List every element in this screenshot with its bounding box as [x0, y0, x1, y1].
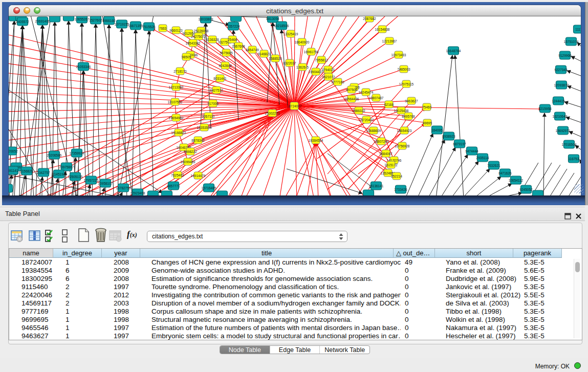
svg-text:2367608: 2367608 [232, 45, 245, 48]
svg-text:9245052: 9245052 [519, 188, 533, 191]
svg-text:15716485: 15716485 [202, 186, 216, 190]
svg-text:7632621: 7632621 [487, 164, 500, 167]
svg-text:19654982: 19654982 [169, 116, 184, 120]
svg-text:10719155: 10719155 [115, 23, 129, 26]
svg-text:17975115: 17975115 [399, 82, 414, 86]
svg-text:16671355: 16671355 [128, 24, 143, 28]
svg-text:16099489: 16099489 [181, 160, 195, 164]
svg-text:17359924: 17359924 [70, 151, 84, 155]
svg-text:24275072: 24275072 [191, 35, 206, 38]
svg-text:2342757: 2342757 [37, 171, 50, 174]
svg-text:17957225: 17957225 [84, 179, 99, 182]
svg-text:10756928: 10756928 [395, 144, 410, 148]
svg-text:18654923: 18654923 [397, 129, 412, 133]
svg-text:8322037: 8322037 [283, 61, 296, 65]
svg-text:5498222: 5498222 [184, 150, 197, 154]
svg-text:10688609: 10688609 [366, 129, 381, 133]
svg-text:16648784: 16648784 [446, 49, 461, 53]
svg-text:12505135: 12505135 [68, 175, 83, 179]
svg-text:16543382: 16543382 [186, 41, 201, 45]
svg-text:8454749: 8454749 [246, 48, 259, 52]
svg-text:12093872: 12093872 [554, 83, 569, 87]
svg-text:391141: 391141 [9, 169, 18, 172]
svg-text:25302273: 25302273 [265, 112, 280, 115]
svg-text:12923468: 12923468 [130, 191, 145, 195]
svg-text:14914479: 14914479 [191, 174, 206, 178]
svg-text:9146821: 9146821 [257, 52, 271, 56]
svg-text:12213967: 12213967 [382, 39, 397, 43]
svg-text:7357224: 7357224 [227, 25, 240, 28]
svg-text:116753: 116753 [568, 157, 579, 161]
svg-text:1733426: 1733426 [394, 188, 407, 191]
svg-text:1621072: 1621072 [322, 75, 335, 79]
svg-text:8471626: 8471626 [498, 171, 512, 175]
svg-text:10245474: 10245474 [359, 91, 374, 94]
svg-text:62166: 62166 [384, 103, 394, 106]
svg-text:2986322: 2986322 [352, 109, 365, 113]
svg-text:9242848: 9242848 [219, 64, 232, 68]
svg-text:8427512: 8427512 [210, 89, 223, 92]
svg-text:917006: 917006 [207, 102, 219, 105]
svg-text:10654112: 10654112 [509, 179, 524, 182]
svg-text:98505: 98505 [182, 55, 191, 59]
svg-text:8878342: 8878342 [191, 139, 205, 142]
svg-text:16154838: 16154838 [375, 28, 390, 31]
svg-text:10025438: 10025438 [394, 109, 409, 113]
svg-text:1588528: 1588528 [269, 57, 282, 60]
svg-text:1527602: 1527602 [89, 18, 102, 22]
svg-text:9777169: 9777169 [331, 80, 344, 84]
svg-text:16782759: 16782759 [116, 186, 131, 190]
svg-text:9463627: 9463627 [405, 99, 418, 103]
svg-text:1117: 1117 [575, 28, 581, 31]
svg-text:20206586: 20206586 [47, 154, 62, 157]
svg-text:15692971: 15692971 [556, 129, 571, 133]
svg-text:7663: 7663 [159, 27, 167, 30]
svg-text:10655267: 10655267 [75, 17, 90, 21]
svg-text:17016504: 17016504 [562, 143, 577, 146]
svg-text:2935114: 2935114 [476, 156, 489, 160]
svg-text:7955812: 7955812 [315, 58, 328, 62]
svg-text:18724007: 18724007 [287, 104, 302, 108]
svg-text:164095: 164095 [431, 128, 443, 132]
svg-text:18353594: 18353594 [197, 126, 212, 129]
svg-text:7485003: 7485003 [397, 68, 410, 71]
svg-text:12213382: 12213382 [169, 85, 184, 89]
svg-text:8813054: 8813054 [266, 17, 279, 20]
svg-text:8495768: 8495768 [402, 115, 415, 118]
svg-text:6879197: 6879197 [453, 142, 466, 146]
svg-text:9129966: 9129966 [558, 54, 572, 57]
svg-text:10958107: 10958107 [98, 182, 113, 185]
svg-text:9660123: 9660123 [169, 29, 183, 32]
svg-text:25466: 25466 [228, 38, 237, 41]
svg-text:13626-5: 13626-5 [296, 65, 309, 69]
svg-text:8136328: 8136328 [206, 38, 219, 41]
svg-text:15136141: 15136141 [369, 184, 384, 188]
svg-text:20691406: 20691406 [35, 19, 50, 23]
svg-text:3267110: 3267110 [202, 115, 215, 118]
svg-text:19218506: 19218506 [274, 24, 289, 28]
svg-text:252214: 252214 [391, 174, 402, 178]
svg-text:1615172: 1615172 [384, 163, 398, 167]
svg-text:19384554: 19384554 [309, 139, 323, 142]
svg-text:1145194: 1145194 [53, 172, 66, 176]
svg-text:2718170: 2718170 [173, 70, 187, 73]
svg-text:2405572: 2405572 [16, 20, 29, 24]
svg-text:3215958: 3215958 [538, 107, 552, 111]
svg-text:1244415: 1244415 [552, 99, 565, 103]
svg-text:21053346: 21053346 [76, 65, 91, 69]
svg-text:1156829: 1156829 [20, 169, 33, 173]
svg-text:3794023: 3794023 [321, 68, 335, 72]
svg-text:25226058: 25226058 [194, 29, 209, 33]
svg-text:16210643: 16210643 [553, 115, 568, 118]
svg-text:75460: 75460 [422, 105, 431, 109]
svg-text:2526652: 2526652 [9, 149, 18, 153]
svg-text:497505: 497505 [346, 88, 357, 92]
svg-text:10807487: 10807487 [369, 96, 384, 100]
svg-text:18640920: 18640920 [295, 40, 310, 44]
svg-text:5675685: 5675685 [220, 51, 233, 55]
svg-text:18807249: 18807249 [374, 140, 389, 143]
svg-text:8031441: 8031441 [213, 77, 227, 80]
svg-text:8938923: 8938923 [442, 135, 455, 138]
svg-text:15751074: 15751074 [564, 40, 579, 43]
svg-text:19166822: 19166822 [171, 131, 186, 135]
